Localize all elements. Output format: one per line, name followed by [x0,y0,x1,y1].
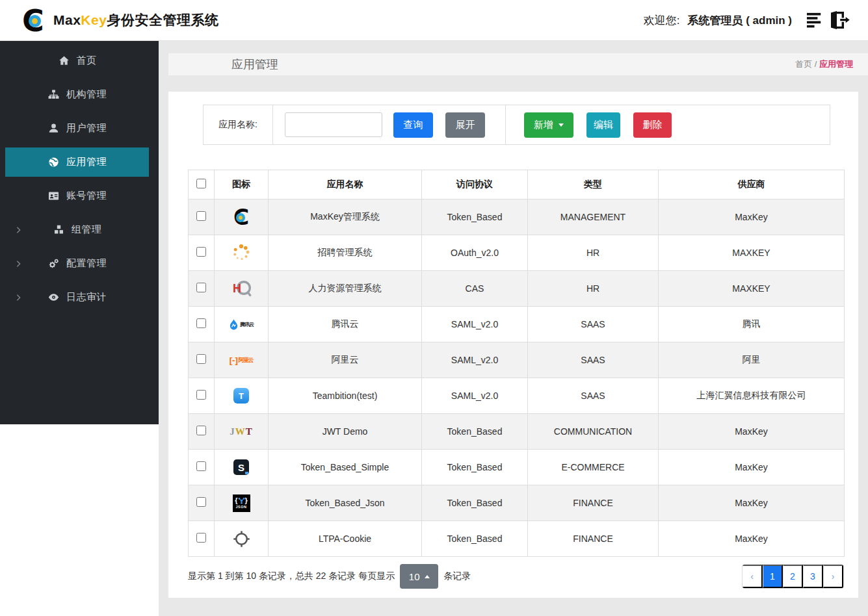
table-row[interactable]: JWTJWT DemoToken_BasedCOMMUNICATIONMaxKe… [189,414,845,450]
app-icon-cell: S [215,450,269,485]
pagination-page-3[interactable]: 3 [803,565,823,588]
pagination-page-2[interactable]: 2 [783,565,803,588]
sidebar-item-user[interactable]: 用户管理 [5,114,149,143]
row-checkbox[interactable] [196,461,206,471]
page-size-value: 10 [409,571,420,582]
dots-spinner-logo [231,243,251,263]
pagination-page-1[interactable]: 1 [763,565,783,588]
app-icon-cell: 腾讯云 [215,307,269,342]
sidebar-item-org[interactable]: 机构管理 [5,80,149,109]
home-icon [58,55,70,67]
type-cell: HR [528,235,659,271]
row-select-cell [189,414,215,450]
row-checkbox[interactable] [196,211,206,221]
welcome-label: 欢迎您: [644,13,680,28]
page-size-dropdown[interactable]: 10 [400,564,438,589]
page-header: 应用管理 首页 / 应用管理 [168,53,868,75]
row-select-cell [189,307,215,342]
sidebar-nav: 首页机构管理用户管理应用管理账号管理组管理配置管理日志审计 [0,41,159,424]
table-row[interactable]: TTeambition(test)SAML_v2.0SAAS上海汇翼信息科技有限… [189,378,845,414]
column-header: 图标 [215,170,269,199]
row-checkbox[interactable] [196,497,206,507]
sidebar-item-label: 首页 [77,55,97,67]
jwt-logo: JWT [230,426,253,437]
record-summary: 显示第 1 到第 10 条记录，总共 22 条记录 每页显示 10 条记录 [188,564,471,589]
toolbar-divider [505,105,506,144]
teambition-logo: T [233,388,249,404]
app-name-cell: MaxKey管理系统 [269,199,422,235]
app-icon-cell: H [215,271,269,307]
cogs-icon [47,257,60,270]
table-footer: 显示第 1 到第 10 条记录，总共 22 条记录 每页显示 10 条记录 ‹1… [188,564,844,589]
app-icon-cell: [-]阿里云 [215,342,269,378]
pagination-next-button[interactable]: › [823,565,843,588]
sidebar-item-account[interactable]: 账号管理 [5,181,149,211]
expand-button[interactable]: 展开 [445,112,485,138]
row-checkbox[interactable] [196,533,206,543]
sidebar-item-label: 用户管理 [66,122,107,135]
row-select-cell [189,271,215,307]
row-checkbox[interactable] [196,247,206,257]
type-cell: SAAS [528,342,659,378]
delete-button[interactable]: 删除 [633,112,672,138]
sidebar-item-app[interactable]: 应用管理 [5,148,149,177]
column-header: 访问协议 [422,170,528,199]
logout-icon[interactable] [829,10,851,30]
edit-button[interactable]: 编辑 [586,112,620,138]
app-icon-cell [215,521,269,557]
chevron-right-icon [14,293,23,302]
content-card: 应用名称: 查询 展开 新增 编辑 删除 图标应用名称访问协议类型供应商 CMa… [168,92,858,598]
table-row[interactable]: H人力资源管理系统CASHRMAXKEY [189,271,845,307]
row-checkbox[interactable] [196,426,206,435]
sidebar-item-home[interactable]: 首页 [5,46,149,75]
table-body: CMaxKey管理系统Token_BasedMANAGEMENTMaxKey招聘… [189,199,845,557]
app-name-cell: 阿里云 [269,342,422,378]
sidebar-item-audit[interactable]: 日志审计 [5,283,149,312]
app-name-cell: LTPA-Cookie [269,521,422,557]
add-button[interactable]: 新增 [524,112,573,138]
table-row[interactable]: {}JSONToken_Based_JsonToken_BasedFINANCE… [189,485,845,521]
json-logo: {}JSON [233,494,250,512]
globe-icon [47,156,60,168]
app-name-cell: 腾讯云 [269,307,422,342]
type-cell: E-COMMERCE [528,450,659,485]
row-select-cell [189,235,215,271]
hr-logo: H [229,279,254,298]
brand-title: MaxKey身份安全管理系统 [53,11,218,29]
sidebar-item-label: 组管理 [72,224,102,236]
ltpa-crosshair-logo [233,530,250,548]
select-all-header [189,170,215,199]
pagination-prev-button[interactable]: ‹ [743,565,763,588]
query-button[interactable]: 查询 [393,112,433,138]
breadcrumb-home-link[interactable]: 首页 [795,59,812,69]
caret-up-icon [425,575,430,578]
user-icon [47,122,60,135]
sidebar-item-config[interactable]: 配置管理 [5,249,149,278]
row-checkbox[interactable] [196,318,206,328]
sidebar-item-label: 应用管理 [66,156,107,168]
list-icon[interactable] [806,11,825,29]
app-name-input[interactable] [285,112,382,137]
select-all-checkbox[interactable] [196,179,206,188]
table-row[interactable]: 招聘管理系统OAuth_v2.0HRMAXKEY [189,235,845,271]
row-checkbox[interactable] [196,354,206,364]
table-row[interactable]: 腾讯云腾讯云SAML_v2.0SAAS腾讯 [189,307,845,342]
protocol-cell: OAuth_v2.0 [422,235,528,271]
sidebar-item-group[interactable]: 组管理 [5,215,149,244]
row-select-cell [189,342,215,378]
table-row[interactable]: CMaxKey管理系统Token_BasedMANAGEMENTMaxKey [189,199,845,235]
vendor-cell: 阿里 [659,342,845,378]
eye-icon [47,291,60,303]
table-row[interactable]: LTPA-CookieToken_BasedFINANCEMaxKey [189,521,845,557]
row-checkbox[interactable] [196,283,206,292]
table-row[interactable]: SToken_Based_SimpleToken_BasedE-COMMERCE… [189,450,845,485]
table-row[interactable]: [-]阿里云阿里云SAML_v2.0SAAS阿里 [189,342,845,378]
protocol-cell: SAML_v2.0 [422,378,528,414]
svg-text:H: H [233,282,241,295]
row-select-cell [189,485,215,521]
protocol-cell: Token_Based [422,199,528,235]
type-cell: FINANCE [528,485,659,521]
chevron-right-icon [14,259,23,268]
chevron-right-icon [14,225,23,234]
row-checkbox[interactable] [196,390,206,400]
